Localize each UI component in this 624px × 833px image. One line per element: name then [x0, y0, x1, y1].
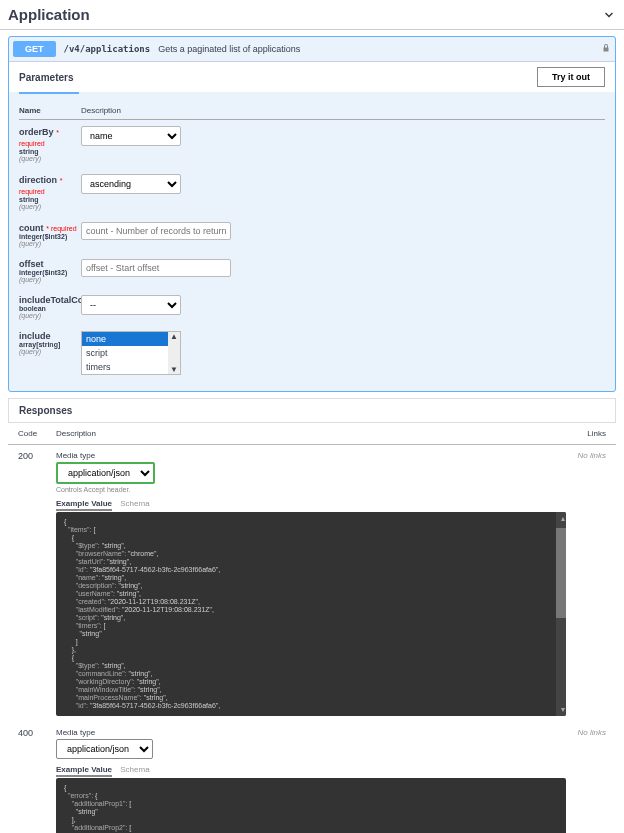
include-option-none[interactable]: none	[82, 332, 180, 346]
param-type: string	[19, 148, 81, 155]
param-type: integer($int32)	[19, 269, 81, 276]
offset-input[interactable]	[81, 259, 231, 277]
orderby-select[interactable]: name	[81, 126, 181, 146]
tab-underline	[19, 92, 79, 94]
param-name: offset	[19, 259, 81, 269]
param-row-offset: offset integer($int32) (query)	[19, 253, 605, 289]
listbox-scrollbar[interactable]: ▲▼	[168, 332, 180, 374]
responses-section: Responses Code Description Links 200 Med…	[8, 398, 616, 833]
count-input[interactable]	[81, 222, 231, 240]
param-location: (query)	[19, 240, 81, 247]
direction-select[interactable]: ascending	[81, 174, 181, 194]
param-name: include	[19, 331, 81, 341]
include-listbox[interactable]: none script timers ▲▼	[81, 331, 181, 375]
param-type: boolean	[19, 305, 81, 312]
chevron-down-icon	[602, 8, 616, 22]
param-row-includetotalcount: includeTotalCount boolean (query) --	[19, 289, 605, 325]
param-type: array[string]	[19, 341, 81, 348]
param-row-include: include array[string] (query) none scrip…	[19, 325, 605, 381]
responses-table-head: Code Description Links	[8, 423, 616, 445]
parameters-header: Parameters Try it out	[9, 61, 615, 92]
include-option-timers[interactable]: timers	[82, 360, 180, 374]
lock-icon[interactable]	[601, 43, 611, 55]
no-links: No links	[566, 728, 606, 737]
param-location: (query)	[19, 276, 81, 283]
param-type: string	[19, 196, 81, 203]
tab-example-value[interactable]: Example Value	[56, 499, 112, 511]
param-row-direction: direction * required string (query) asce…	[19, 168, 605, 216]
tab-schema[interactable]: Schema	[120, 499, 149, 508]
param-location: (query)	[19, 312, 81, 319]
endpoint-description: Gets a paginated list of applications	[158, 44, 300, 54]
example-200-code[interactable]: { "items": [ { "$type": "string", "brows…	[56, 512, 566, 716]
param-location: (query)	[19, 348, 81, 355]
col-description: Description	[81, 106, 121, 115]
param-name: includeTotalCount	[19, 295, 81, 305]
media-type-select-400[interactable]: application/json	[56, 739, 153, 759]
param-location: (query)	[19, 203, 81, 210]
media-type-select-200[interactable]: application/json	[56, 462, 155, 484]
responses-title: Responses	[8, 398, 616, 423]
param-name: count	[19, 223, 44, 233]
example-400-code[interactable]: { "errors": { "additionalProp1": [ "stri…	[56, 778, 566, 833]
required-badge: * required	[46, 225, 76, 232]
media-type-label: Media type	[56, 728, 566, 737]
operation-summary[interactable]: GET /v4/applications Gets a paginated li…	[9, 37, 615, 61]
response-row-200: 200 Media type application/json Controls…	[8, 445, 616, 722]
col-name: Name	[19, 106, 81, 115]
status-code: 200	[18, 451, 56, 461]
no-links: No links	[566, 451, 606, 460]
controls-accept-note: Controls Accept header.	[56, 486, 566, 493]
param-name: direction	[19, 175, 57, 185]
http-method-badge: GET	[13, 41, 56, 57]
tab-schema[interactable]: Schema	[120, 765, 149, 774]
endpoint-path: /v4/applications	[64, 44, 151, 54]
col-links: Links	[587, 429, 606, 438]
section-title: Application	[8, 6, 90, 23]
include-option-script[interactable]: script	[82, 346, 180, 360]
param-location: (query)	[19, 155, 81, 162]
tab-example-value[interactable]: Example Value	[56, 765, 112, 777]
param-row-orderby: orderBy * required string (query) name	[19, 120, 605, 168]
try-it-out-button[interactable]: Try it out	[537, 67, 605, 87]
section-header[interactable]: Application	[0, 0, 624, 30]
col-code: Code	[18, 429, 56, 438]
status-code: 400	[18, 728, 56, 738]
param-name: orderBy	[19, 127, 54, 137]
operation-block: GET /v4/applications Gets a paginated li…	[8, 36, 616, 392]
example-schema-tabs: Example Value Schema	[56, 499, 566, 508]
parameters-title: Parameters	[19, 72, 73, 83]
includetotalcount-select[interactable]: --	[81, 295, 181, 315]
example-schema-tabs: Example Value Schema	[56, 765, 566, 774]
parameters-table: Name Description orderBy * required stri…	[19, 102, 605, 381]
parameters-table-head: Name Description	[19, 102, 605, 120]
param-row-count: count * required integer($int32) (query)	[19, 216, 605, 253]
param-type: integer($int32)	[19, 233, 81, 240]
media-type-label: Media type	[56, 451, 566, 460]
response-row-400: 400 Media type application/json Example …	[8, 722, 616, 833]
col-description: Description	[56, 429, 587, 438]
